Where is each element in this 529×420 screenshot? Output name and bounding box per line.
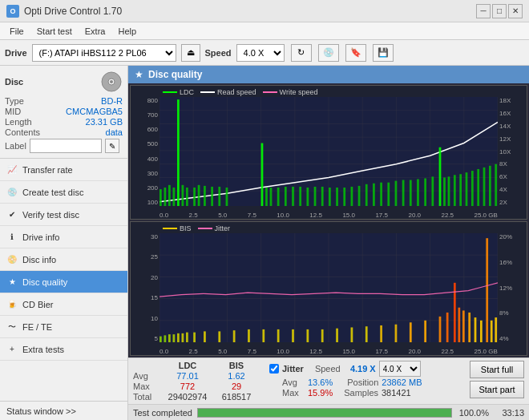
svg-rect-66 xyxy=(471,171,474,206)
nav-disc-info-label: Disc info xyxy=(22,255,56,265)
speed-select[interactable]: 4.0 X xyxy=(236,44,285,62)
svg-rect-33 xyxy=(218,187,220,206)
position-label: Position xyxy=(347,378,378,387)
nav-verify-test-disc[interactable]: ✔ Verify test disc xyxy=(0,204,127,226)
jitter-max: 15.9% xyxy=(308,388,333,398)
start-full-button[interactable]: Start full xyxy=(470,361,524,378)
svg-rect-70 xyxy=(495,164,497,206)
svg-rect-36 xyxy=(265,188,268,206)
svg-rect-26 xyxy=(177,99,180,206)
svg-rect-104 xyxy=(336,329,338,342)
drive-select[interactable]: (F:) ATAPI iHBS112 2 PL06 xyxy=(32,44,176,62)
disc-button[interactable]: 💿 xyxy=(318,44,339,62)
status-window-button[interactable]: Status window >> xyxy=(0,401,127,420)
svg-rect-115 xyxy=(462,310,465,342)
svg-rect-24 xyxy=(168,185,171,206)
svg-rect-101 xyxy=(292,329,294,342)
disc-title: Disc xyxy=(5,77,23,87)
svg-rect-49 xyxy=(358,186,361,206)
nav-fe-te-label: FE / TE xyxy=(22,322,52,332)
disc-quality-icon: ★ xyxy=(6,277,18,288)
menu-file[interactable]: File xyxy=(3,25,30,38)
maximize-button[interactable]: □ xyxy=(492,4,507,18)
nav-create-test-disc[interactable]: 💿 Create test disc xyxy=(0,181,127,204)
chart1-svg xyxy=(160,97,498,206)
progress-text: 100.0% xyxy=(457,408,489,418)
minimize-button[interactable]: ─ xyxy=(476,4,491,18)
nav-disc-info[interactable]: 📀 Disc info xyxy=(0,248,127,271)
close-button[interactable]: ✕ xyxy=(508,4,523,18)
svg-rect-50 xyxy=(365,184,368,206)
total-bis: 618517 xyxy=(216,392,256,402)
menu-help[interactable]: Help xyxy=(111,25,143,38)
svg-rect-95 xyxy=(204,331,206,342)
drive-label: Drive xyxy=(5,48,27,58)
legend-bis: BIS xyxy=(163,224,192,232)
cd-bier-icon: 🍺 xyxy=(6,299,18,310)
svg-rect-29 xyxy=(193,188,196,206)
max-label: Max xyxy=(133,382,159,391)
svg-rect-37 xyxy=(270,188,273,206)
nav-transfer-rate[interactable]: 📈 Transfer rate xyxy=(0,159,127,181)
menu-extra[interactable]: Extra xyxy=(79,25,112,38)
sidebar: Disc Type BD-R MID CMCMAGBA5 Length 23.3… xyxy=(0,66,128,420)
total-ldc: 29402974 xyxy=(162,392,213,402)
legend-bis-label: BIS xyxy=(180,224,192,232)
save-button[interactable]: 💾 xyxy=(373,44,394,62)
svg-rect-45 xyxy=(329,188,331,206)
label-edit-button[interactable]: ✎ xyxy=(105,139,119,153)
avg-label: Avg xyxy=(133,371,159,381)
svg-rect-44 xyxy=(321,187,324,206)
nav-disc-quality[interactable]: ★ Disc quality xyxy=(0,271,127,293)
start-part-button[interactable]: Start part xyxy=(470,381,524,398)
svg-rect-60 xyxy=(439,147,442,206)
nav-extra-tests[interactable]: + Extra tests xyxy=(0,338,127,361)
legend-jitter-label: Jitter xyxy=(215,224,231,232)
nav-drive-info-label: Drive info xyxy=(22,232,59,242)
eject-button[interactable]: ⏏ xyxy=(181,44,200,62)
jitter-checkbox[interactable] xyxy=(269,364,279,374)
drive-info-icon: ℹ xyxy=(6,232,18,243)
samples-value: 381421 xyxy=(382,388,411,398)
svg-rect-117 xyxy=(474,317,477,342)
max-ldc: 772 xyxy=(162,382,213,391)
app-title: Opti Drive Control 1.70 xyxy=(24,6,122,17)
bis-header: BIS xyxy=(216,361,256,370)
nav-cd-bier[interactable]: 🍺 CD Bier xyxy=(0,293,127,316)
svg-rect-100 xyxy=(277,329,280,342)
speed-stat-value: 4.19 X xyxy=(350,364,376,374)
svg-rect-48 xyxy=(351,187,353,206)
svg-rect-116 xyxy=(468,313,470,342)
drive-bar: Drive (F:) ATAPI iHBS112 2 PL06 ⏏ Speed … xyxy=(0,40,529,66)
nav-cd-bier-label: CD Bier xyxy=(22,300,54,309)
svg-rect-89 xyxy=(168,334,171,342)
svg-rect-22 xyxy=(160,189,162,206)
svg-rect-23 xyxy=(164,188,167,206)
menu-bar: File Start test Extra Help xyxy=(0,22,529,40)
length-value: 23.31 GB xyxy=(86,117,123,127)
svg-rect-38 xyxy=(277,188,280,206)
label-input[interactable] xyxy=(30,139,102,153)
svg-rect-109 xyxy=(410,322,412,342)
chart1-y-left: 800 700 600 500 400 300 200 100 xyxy=(131,97,160,206)
bookmark-button[interactable]: 🔖 xyxy=(345,44,366,62)
chart2-x-axis: 0.0 2.5 5.0 7.5 10.0 12.5 15.0 17.5 20.0… xyxy=(160,342,498,355)
nav-transfer-rate-label: Transfer rate xyxy=(22,165,73,175)
svg-rect-92 xyxy=(182,333,184,342)
svg-rect-62 xyxy=(448,176,450,206)
legend-jitter: Jitter xyxy=(198,224,231,232)
refresh-button[interactable]: ↻ xyxy=(291,44,312,62)
nav-disc-quality-label: Disc quality xyxy=(22,277,67,287)
svg-rect-69 xyxy=(489,166,491,206)
speed-stat-select[interactable]: 4.0 X xyxy=(379,361,421,377)
menu-start-test[interactable]: Start test xyxy=(30,25,79,38)
nav-drive-info[interactable]: ℹ Drive info xyxy=(0,226,127,248)
chart2-svg xyxy=(160,233,498,342)
svg-rect-112 xyxy=(446,313,449,342)
svg-rect-120 xyxy=(491,321,493,342)
svg-rect-46 xyxy=(336,188,338,206)
svg-point-2 xyxy=(110,80,113,83)
svg-rect-110 xyxy=(424,321,426,342)
svg-rect-98 xyxy=(248,329,250,342)
nav-fe-te[interactable]: 〜 FE / TE xyxy=(0,316,127,338)
